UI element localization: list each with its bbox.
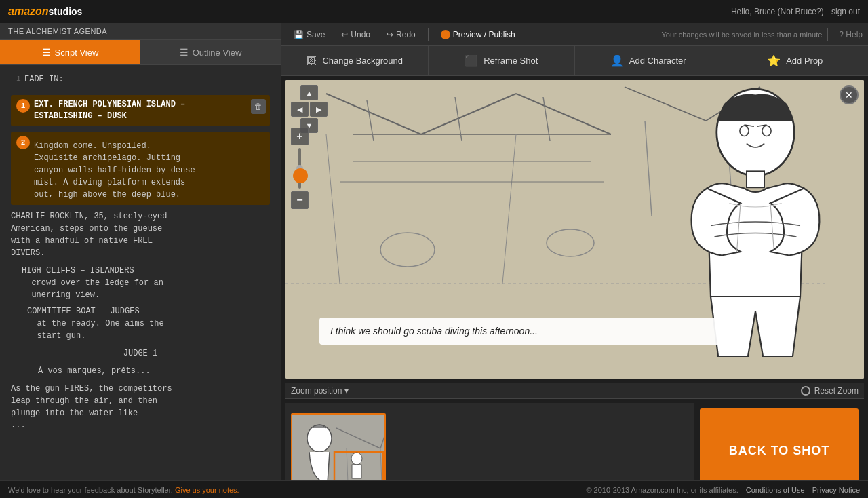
dialogue-judge: À vos marques, prêts... — [38, 365, 243, 377]
redo-label: Redo — [396, 30, 416, 39]
project-title: THE ALCHEMIST AGENDA — [0, 23, 281, 40]
outline-icon: ☰ — [180, 47, 189, 58]
sign-out-link[interactable]: sign out — [831, 7, 860, 16]
speech-bubble: I think we should go scuba diving this a… — [319, 318, 728, 345]
svg-rect-27 — [292, 415, 384, 486]
nav-left-button[interactable]: ◀ — [291, 102, 309, 117]
right-panel: 💾 Save ↩ Undo ↪ Redo Preview / Publish Y… — [281, 23, 868, 498]
preview-dot-icon — [441, 30, 450, 39]
main-layout: THE ALCHEMIST AGENDA ☰ Script View ☰ Out… — [0, 23, 868, 498]
nav-right-button[interactable]: ▶ — [310, 102, 328, 117]
zoom-position-dropdown[interactable]: Zoom position ▾ — [291, 386, 349, 396]
top-right-nav: Hello, Bruce (Not Bruce?) sign out — [731, 7, 860, 16]
logo-studios: studios — [49, 6, 83, 17]
thumbnail-1-inner — [292, 415, 384, 486]
nav-row: ◀ ▶ — [291, 102, 328, 117]
scene-1-title: EXT. FRENCH POLYNESIAN ISLAND – ESTABLIS… — [34, 99, 185, 122]
preview-label: Preview / Publish — [453, 30, 515, 39]
svg-point-28 — [307, 425, 332, 452]
scene-block-1: 1 EXT. FRENCH POLYNESIAN ISLAND – ESTABL… — [11, 95, 270, 126]
svg-rect-24 — [747, 171, 764, 187]
save-icon: 💾 — [294, 30, 304, 39]
save-button[interactable]: 💾 Save — [287, 25, 332, 44]
autosave-message: Your changes will be saved in less than … — [661, 31, 822, 39]
add-character-button[interactable]: 👤 Add Character — [575, 46, 722, 75]
toolbar-divider-2 — [827, 28, 828, 41]
close-button[interactable]: ✕ — [840, 85, 859, 104]
zoom-position-label: Zoom position — [291, 386, 342, 396]
action-bar: 🖼 Change Background ⬛ Reframe Shot 👤 Add… — [281, 46, 868, 76]
tab-outline-label: Outline View — [193, 47, 242, 58]
add-character-label: Add Character — [629, 56, 686, 66]
status-bar: We'd love to hear your feedback about St… — [0, 480, 868, 498]
change-background-button[interactable]: 🖼 Change Background — [281, 46, 429, 75]
amazon-logo: amazonstudios — [8, 5, 82, 18]
reset-zoom-label: Reset Zoom — [814, 386, 859, 396]
toolbar-divider — [428, 28, 429, 41]
scene-1-header: 1 EXT. FRENCH POLYNESIAN ISLAND – ESTABL… — [16, 99, 264, 122]
user-greeting: Hello, Bruce (Not Bruce?) — [731, 7, 824, 16]
reset-zoom-icon — [801, 386, 810, 396]
main-canvas: ▲ ◀ ▶ ▼ + − — [285, 80, 864, 379]
reset-zoom-button[interactable]: Reset Zoom — [801, 386, 859, 396]
scene-block-2: 2 Kingdom come. Unspoiled. Exquisite arc… — [11, 132, 270, 205]
nav-up-button[interactable]: ▲ — [300, 85, 318, 100]
zoom-in-button[interactable]: + — [291, 128, 309, 145]
reframe-shot-button[interactable]: ⬛ Reframe Shot — [429, 46, 576, 75]
conditions-link[interactable]: Conditions of Use — [746, 486, 805, 494]
copyright-text: © 2010-2013 Amazon.com Inc, or its affil… — [586, 486, 738, 494]
script-icon: ☰ — [42, 47, 51, 58]
reframe-icon: ⬛ — [465, 54, 478, 67]
line-number: 1 — [16, 73, 21, 85]
preview-publish-button[interactable]: Preview / Publish — [434, 27, 522, 42]
canvas-and-thumb: ▲ ◀ ▶ ▼ + − — [281, 76, 868, 498]
toolbar: 💾 Save ↩ Undo ↪ Redo Preview / Publish Y… — [281, 23, 868, 46]
change-bg-icon: 🖼 — [306, 55, 317, 67]
zoom-position-dot[interactable] — [293, 168, 308, 183]
svg-point-34 — [351, 453, 362, 465]
reframe-label: Reframe Shot — [484, 56, 538, 66]
action-text-1: CHARLIE ROCKLIN, 35, steely-eyedAmerican… — [11, 210, 270, 259]
status-bar-left: We'd love to hear your feedback about St… — [8, 486, 239, 494]
fade-in-text: FADE IN: — [24, 73, 270, 85]
logo-amazon: amazon — [8, 5, 49, 17]
top-bar: amazonstudios Hello, Bruce (Not Bruce?) … — [0, 0, 868, 23]
undo-label: Undo — [351, 30, 370, 39]
tab-script-label: Script View — [55, 47, 99, 58]
add-prop-button[interactable]: ⭐ Add Prop — [722, 46, 869, 75]
redo-icon: ↪ — [387, 30, 393, 39]
change-bg-label: Change Background — [322, 56, 403, 66]
add-prop-label: Add Prop — [786, 56, 823, 66]
add-character-icon: 👤 — [610, 54, 624, 67]
chevron-down-icon: ▾ — [344, 386, 349, 396]
thumbnail-1[interactable] — [291, 413, 386, 488]
scene-2-header: 2 Kingdom come. Unspoiled. Exquisite arc… — [16, 136, 264, 201]
undo-icon: ↩ — [341, 30, 348, 39]
location-text-1: HIGH CLIFFS – ISLANDERS crowd over the l… — [22, 265, 270, 301]
thumbnail-svg — [292, 415, 384, 486]
redo-button[interactable]: ↪ Redo — [380, 25, 422, 44]
help-button[interactable]: ? Help — [839, 30, 863, 39]
zoom-out-button[interactable]: − — [291, 191, 309, 209]
action-text-2: As the gun FIRES, the competitorsleap th… — [11, 383, 270, 432]
zoom-footer: Zoom position ▾ Reset Zoom — [285, 383, 864, 399]
scene-number-1: 1 — [16, 99, 30, 113]
left-panel: THE ALCHEMIST AGENDA ☰ Script View ☰ Out… — [0, 23, 281, 498]
scene-1-delete-button[interactable]: 🗑 — [251, 99, 266, 114]
status-bar-right: © 2010-2013 Amazon.com Inc, or its affil… — [586, 486, 860, 494]
character-name-judge: JUDGE 1 — [38, 347, 243, 360]
privacy-link[interactable]: Privacy Notice — [812, 486, 860, 494]
view-tabs: ☰ Script View ☰ Outline View — [0, 40, 281, 65]
script-content[interactable]: 1 FADE IN: 1 EXT. FRENCH POLYNESIAN ISLA… — [0, 65, 281, 498]
tab-script-view[interactable]: ☰ Script View — [0, 40, 140, 64]
feedback-text: We'd love to hear your feedback about St… — [8, 486, 173, 494]
scene-number-2: 2 — [16, 136, 30, 149]
location-text-2: COMMITTEE BOAT – JUDGES at the ready. On… — [27, 305, 270, 342]
speech-bubble-text: I think we should go scuba diving this a… — [330, 326, 538, 337]
tab-outline-view[interactable]: ☰ Outline View — [140, 40, 281, 64]
undo-button[interactable]: ↩ Undo — [334, 25, 377, 44]
scene-2-body: Kingdom come. Unspoiled. Exquisite archi… — [34, 140, 195, 201]
nav-controls: ▲ ◀ ▶ ▼ — [291, 85, 328, 133]
give-notes-link[interactable]: Give us your notes. — [175, 486, 239, 494]
save-label: Save — [307, 30, 325, 39]
